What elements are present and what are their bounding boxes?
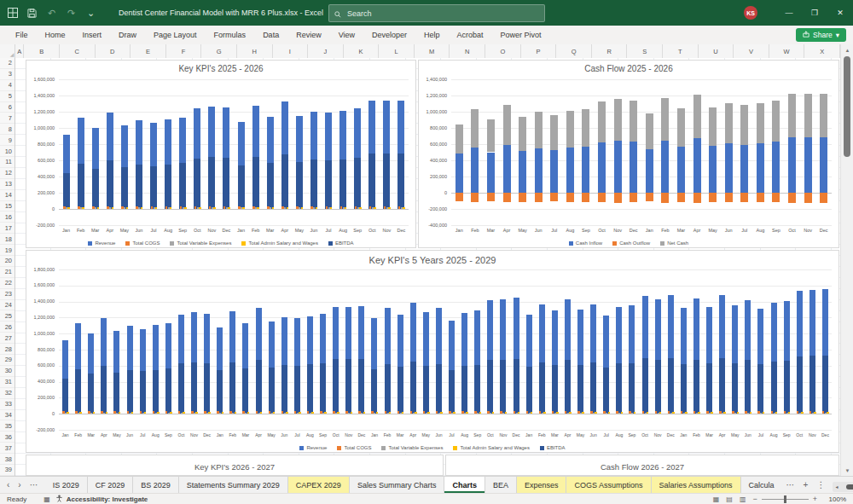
- row-header-13[interactable]: 13: [0, 179, 15, 190]
- zoom-out-icon[interactable]: −: [752, 495, 757, 503]
- column-header-E[interactable]: E: [131, 44, 166, 58]
- row-header-10[interactable]: 10: [0, 146, 15, 157]
- column-header-J[interactable]: J: [308, 44, 344, 58]
- normal-view-icon[interactable]: ▦: [713, 495, 720, 503]
- column-header-G[interactable]: G: [201, 44, 237, 58]
- chart-cash-flow-2025-2026[interactable]: Cash Flow 2025 - 20261,400,0001,200,0001…: [418, 60, 839, 248]
- page-break-view-icon[interactable]: ▥: [740, 495, 746, 503]
- sheet-tab-expenses[interactable]: Expenses: [517, 477, 567, 493]
- search-box[interactable]: [328, 4, 545, 22]
- row-header-29[interactable]: 29: [0, 355, 15, 366]
- ribbon-tab-view[interactable]: View: [330, 26, 363, 44]
- sheet-tab-bs-2029[interactable]: BS 2029: [133, 477, 179, 493]
- row-header-12[interactable]: 12: [0, 168, 15, 179]
- column-header-F[interactable]: F: [166, 44, 202, 58]
- row-header-7[interactable]: 7: [0, 113, 15, 124]
- row-header-28[interactable]: 28: [0, 344, 15, 355]
- share-button[interactable]: Share ▾: [796, 28, 846, 42]
- page-layout-view-icon[interactable]: ▤: [726, 495, 733, 503]
- column-header-Q[interactable]: Q: [556, 44, 592, 58]
- horizontal-scroll-thumb[interactable]: [846, 484, 853, 490]
- row-header-14[interactable]: 14: [0, 190, 15, 201]
- row-header-34[interactable]: 34: [0, 410, 15, 421]
- row-header-21[interactable]: 21: [0, 267, 15, 278]
- ribbon-tab-formulas[interactable]: Formulas: [206, 26, 255, 44]
- chart-key-kpis-2026-2027[interactable]: Key KPI's 2026 - 2027: [26, 455, 444, 476]
- column-header-W[interactable]: W: [769, 44, 805, 58]
- row-header-24[interactable]: 24: [0, 300, 15, 311]
- row-header-38[interactable]: 38: [0, 454, 15, 465]
- select-all-corner[interactable]: ◢: [0, 44, 15, 58]
- row-header-32[interactable]: 32: [0, 388, 15, 399]
- ribbon-tab-page-layout[interactable]: Page Layout: [145, 26, 206, 44]
- ribbon-tab-draw[interactable]: Draw: [110, 26, 145, 44]
- sheet-tab-calcula[interactable]: Calcula: [741, 477, 782, 493]
- zoom-slider-thumb[interactable]: [784, 495, 786, 503]
- search-input[interactable]: [345, 9, 519, 19]
- column-header-T[interactable]: T: [663, 44, 699, 58]
- row-header-30[interactable]: 30: [0, 366, 15, 377]
- column-header-S[interactable]: S: [627, 44, 663, 58]
- ribbon-tab-power-pivot[interactable]: Power Pivot: [492, 26, 550, 44]
- add-sheet-button[interactable]: +: [799, 480, 813, 490]
- row-header-36[interactable]: 36: [0, 432, 15, 443]
- column-header-D[interactable]: D: [96, 44, 131, 58]
- row-header-5[interactable]: 5: [0, 91, 15, 102]
- zoom-slider[interactable]: − +: [752, 495, 817, 503]
- macro-record-icon[interactable]: ▦: [38, 495, 55, 503]
- excel-app-icon[interactable]: [7, 8, 18, 19]
- ribbon-tab-insert[interactable]: Insert: [74, 26, 111, 44]
- column-header-A[interactable]: A: [15, 44, 24, 58]
- row-header-20[interactable]: 20: [0, 256, 15, 267]
- sheet-nav-prev-icon[interactable]: ‹: [3, 480, 13, 490]
- row-header-16[interactable]: 16: [0, 211, 15, 223]
- ribbon-tab-help[interactable]: Help: [415, 26, 449, 44]
- horizontal-scrollbar[interactable]: ◂ ▸: [833, 482, 853, 492]
- row-header-3[interactable]: 3: [0, 69, 15, 80]
- sheet-kebab-icon[interactable]: ⋮: [812, 480, 829, 490]
- sheet-tab-cogs-assumptions[interactable]: COGS Assumptions: [566, 477, 651, 493]
- column-header-U[interactable]: U: [699, 44, 734, 58]
- sheet-nav-next-icon[interactable]: ›: [15, 480, 24, 490]
- sheet-tab-is-2029[interactable]: IS 2029: [45, 477, 88, 493]
- sheet-nav-more-icon[interactable]: ⋯: [26, 480, 42, 490]
- sheet-tab-bea[interactable]: BEA: [485, 477, 517, 493]
- ribbon-tab-data[interactable]: Data: [254, 26, 287, 44]
- row-header-35[interactable]: 35: [0, 420, 15, 432]
- row-header-37[interactable]: 37: [0, 443, 15, 454]
- vertical-scrollbar[interactable]: ▲ ▼: [840, 44, 853, 476]
- redo-icon[interactable]: ↷: [66, 8, 77, 19]
- column-header-O[interactable]: O: [485, 44, 521, 58]
- avatar[interactable]: KS: [744, 6, 757, 20]
- row-header-11[interactable]: 11: [0, 157, 15, 168]
- column-header-I[interactable]: I: [273, 44, 309, 58]
- column-header-X[interactable]: X: [804, 44, 840, 58]
- row-header-19[interactable]: 19: [0, 245, 15, 256]
- column-header-R[interactable]: R: [592, 44, 628, 58]
- row-header-27[interactable]: 27: [0, 333, 15, 344]
- column-header-B[interactable]: B: [24, 44, 60, 58]
- chart-key-kpis-5-years[interactable]: Key KPI's 5 Years 2025 - 20291,800,0001,…: [26, 250, 839, 453]
- column-header-N[interactable]: N: [450, 44, 485, 58]
- minimize-button[interactable]: —: [776, 0, 802, 26]
- column-header-V[interactable]: V: [734, 44, 769, 58]
- qat-dropdown-icon[interactable]: ⌄: [85, 8, 96, 19]
- sheet-tab-sales-summary-charts[interactable]: Sales Summary Charts: [350, 477, 445, 493]
- column-header-K[interactable]: K: [344, 44, 380, 58]
- sheet-tab-charts[interactable]: Charts: [444, 477, 485, 493]
- row-header-15[interactable]: 15: [0, 201, 15, 212]
- column-header-C[interactable]: C: [60, 44, 96, 58]
- accessibility-status[interactable]: Accessibility: Investigate: [67, 495, 148, 503]
- vertical-scroll-thumb[interactable]: [844, 56, 850, 157]
- row-header-8[interactable]: 8: [0, 124, 15, 135]
- ribbon-tab-home[interactable]: Home: [37, 26, 74, 44]
- ribbon-tab-file[interactable]: File: [7, 26, 37, 44]
- scroll-down-icon[interactable]: ▼: [841, 465, 853, 476]
- row-header-18[interactable]: 18: [0, 234, 15, 245]
- row-header-23[interactable]: 23: [0, 289, 15, 300]
- ribbon-tab-acrobat[interactable]: Acrobat: [449, 26, 492, 44]
- save-icon[interactable]: [26, 8, 38, 19]
- ribbon-tab-review[interactable]: Review: [287, 26, 330, 44]
- chart-cash-flow-2026-2027[interactable]: Cash Flow 2026 - 2027: [445, 455, 839, 476]
- zoom-in-icon[interactable]: +: [813, 495, 817, 503]
